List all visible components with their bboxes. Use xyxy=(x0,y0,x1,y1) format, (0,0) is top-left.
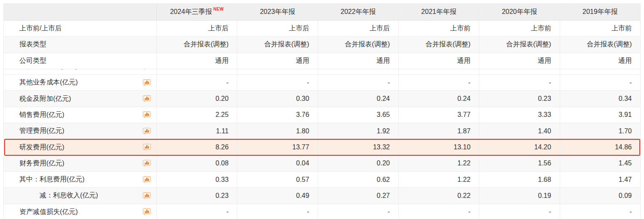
cell-value: 上市后 xyxy=(318,21,399,36)
cell-value: - xyxy=(237,204,318,219)
row-label-cell: 财务费用(亿元) xyxy=(4,156,157,171)
cell-value: 上市后 xyxy=(237,21,318,36)
bar-chart-icon[interactable] xyxy=(143,128,151,135)
row-label: 销售费用(亿元) xyxy=(19,111,64,119)
row-label-cell: 其中：利息费用(亿元) xyxy=(4,172,157,187)
table-row: 上市前/上市后上市后上市后上市后上市前上市前上市前 xyxy=(4,21,640,37)
cell-value: - xyxy=(560,204,640,219)
cell-value: - xyxy=(157,204,237,219)
row-label: 其他业务成本(亿元) xyxy=(19,78,78,87)
column-header-label: 2021年年报 xyxy=(421,8,456,16)
cell-value: 14.86 xyxy=(560,139,640,155)
cell-value xyxy=(479,69,560,74)
bar-chart-icon[interactable] xyxy=(143,208,151,215)
bar-chart-icon[interactable] xyxy=(143,69,151,70)
cell-value: - xyxy=(399,204,479,219)
cell-value: 1.45 xyxy=(560,156,640,171)
cell-value: 3.76 xyxy=(237,107,318,123)
header-corner-cell xyxy=(4,4,157,20)
row-label-cell: 上市前/上市后 xyxy=(4,21,157,36)
cell-value: 上市前 xyxy=(479,21,560,36)
cell-value: 0.49 xyxy=(237,188,318,203)
cell-value xyxy=(318,69,399,74)
row-label: 管理费用(亿元) xyxy=(19,127,64,135)
table-row: 减：利息收入(亿元)0.230.490.270.220.190.09 xyxy=(4,188,640,204)
row-label: 上市前/上市后 xyxy=(19,24,62,33)
cell-value: 通用 xyxy=(157,53,237,69)
table-header-row: 2024年三季报NEW2023年年报2022年年报2021年年报2020年年报2… xyxy=(4,4,640,21)
bar-chart-icon[interactable] xyxy=(143,79,151,86)
cell-value xyxy=(399,69,479,74)
bar-chart-icon[interactable] xyxy=(143,160,151,167)
cell-value: 上市前 xyxy=(399,21,479,36)
cell-value: 14.20 xyxy=(479,139,560,155)
table-row: 税金及附加(亿元)0.200.300.240.240.230.34 xyxy=(4,91,640,107)
cell-value: 13.77 xyxy=(237,139,318,155)
cell-value: 0.22 xyxy=(399,188,479,203)
bar-chart-icon[interactable] xyxy=(143,111,151,118)
cell-value: 通用 xyxy=(318,53,399,69)
row-label-cell: 其他业务收入(亿元) xyxy=(4,69,157,74)
table-row: 其他业务成本(亿元)------ xyxy=(4,75,640,91)
cell-value: 0.23 xyxy=(157,188,237,203)
cell-value: 1.70 xyxy=(560,123,640,139)
row-label: 研发费用(亿元) xyxy=(19,143,64,152)
cell-value: 上市后 xyxy=(157,21,237,36)
bar-chart-icon[interactable] xyxy=(143,144,151,151)
row-label: 其他业务收入(亿元) xyxy=(19,69,78,71)
table-row: 公司类型通用通用通用通用通用通用 xyxy=(4,53,640,69)
cell-value: 0.19 xyxy=(479,188,560,203)
cell-value: 0.08 xyxy=(157,156,237,171)
cell-value xyxy=(560,69,640,74)
row-label-cell: 税金及附加(亿元) xyxy=(4,91,157,106)
row-label: 财务费用(亿元) xyxy=(19,159,64,168)
cell-value: 0.23 xyxy=(479,91,560,106)
row-label-cell: 公司类型 xyxy=(4,53,157,69)
column-header-label: 2022年年报 xyxy=(341,8,376,16)
cell-value: 0.57 xyxy=(237,172,318,187)
cell-value xyxy=(237,69,318,74)
cell-value: 3.91 xyxy=(560,107,640,123)
cell-value: 合并报表(调整) xyxy=(560,37,640,52)
row-label: 公司类型 xyxy=(19,57,46,65)
row-label: 其中：利息费用(亿元) xyxy=(19,175,85,184)
cell-value: 3.77 xyxy=(399,107,479,123)
cell-value: 8.26 xyxy=(157,139,237,155)
cell-value: 合并报表(调整) xyxy=(237,37,318,52)
column-header-2023年年报: 2023年年报 xyxy=(237,4,318,20)
cell-value: 通用 xyxy=(479,53,560,69)
bar-chart-icon[interactable] xyxy=(143,95,151,102)
column-header-label: 2023年年报 xyxy=(260,8,295,16)
cell-value: 0.33 xyxy=(157,172,237,187)
new-badge: NEW xyxy=(213,7,224,11)
financial-report-page: 2024年三季报NEW2023年年报2022年年报2021年年报2020年年报2… xyxy=(0,0,644,219)
cell-value: 2.25 xyxy=(157,107,237,123)
cell-value: - xyxy=(318,204,399,219)
cell-value: 0.04 xyxy=(237,156,318,171)
cell-value: - xyxy=(237,75,318,90)
row-label-cell: 销售费用(亿元) xyxy=(4,107,157,123)
cell-value: 1.22 xyxy=(399,172,479,187)
row-label-cell: 研发费用(亿元) xyxy=(4,139,157,155)
cell-value: 上市前 xyxy=(560,21,640,36)
cell-value: 合并报表(调整) xyxy=(479,37,560,52)
table-row: 其他业务收入(亿元) xyxy=(4,69,640,75)
bar-chart-icon[interactable] xyxy=(143,176,151,183)
cell-value: 13.32 xyxy=(318,139,399,155)
table-row-highlighted: 研发费用(亿元)8.2613.7713.3213.1014.2014.86 xyxy=(4,139,640,155)
cell-value: - xyxy=(479,75,560,90)
bar-chart-icon[interactable] xyxy=(143,192,151,199)
cell-value: 通用 xyxy=(237,53,318,69)
row-label-cell: 减：利息收入(亿元) xyxy=(4,188,157,203)
row-label-cell: 资产减值损失(亿元) xyxy=(4,204,157,219)
table-row: 其中：利息费用(亿元)0.330.570.621.221.681.47 xyxy=(4,172,640,188)
cell-value: - xyxy=(399,75,479,90)
row-label-cell: 其他业务成本(亿元) xyxy=(4,75,157,90)
cell-value: 1.22 xyxy=(399,156,479,171)
column-header-2019年年报: 2019年年报 xyxy=(560,4,640,20)
cell-value: 3.65 xyxy=(318,107,399,123)
column-header-label: 2019年年报 xyxy=(582,8,618,16)
cell-value: - xyxy=(560,75,640,90)
column-header-2022年年报: 2022年年报 xyxy=(318,4,399,20)
financial-report-table: 2024年三季报NEW2023年年报2022年年报2021年年报2020年年报2… xyxy=(3,3,641,219)
